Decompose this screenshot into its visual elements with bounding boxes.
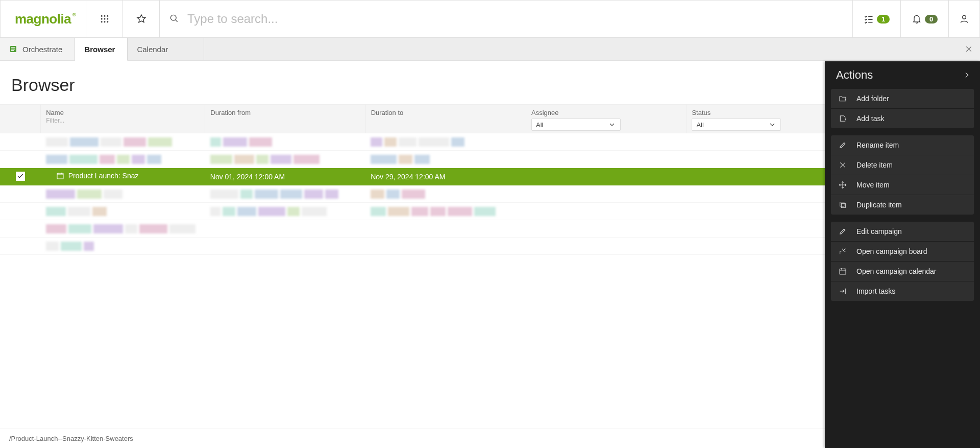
chevron-down-icon bbox=[768, 121, 776, 129]
svg-point-4 bbox=[104, 18, 105, 20]
action-group: Rename itemDelete itemMove itemDuplicate… bbox=[831, 135, 974, 215]
svg-point-1 bbox=[104, 15, 105, 17]
grid-icon bbox=[100, 14, 110, 24]
chevron-right-icon bbox=[963, 71, 971, 79]
action-label: Add folder bbox=[856, 95, 889, 103]
app-launcher-button[interactable] bbox=[86, 1, 122, 37]
tab-row-close[interactable] bbox=[965, 38, 973, 60]
action-label: Add task bbox=[856, 114, 884, 123]
action-group: Edit campaignOpen campaign boardOpen cam… bbox=[831, 222, 974, 301]
tasks-button[interactable]: 1 bbox=[852, 1, 900, 37]
action-rename-item[interactable]: Rename item bbox=[831, 135, 974, 155]
col-name-filter[interactable]: Filter... bbox=[46, 117, 64, 124]
action-add-task[interactable]: Add task bbox=[831, 109, 974, 128]
action-import-tasks[interactable]: Import tasks bbox=[831, 281, 974, 301]
assignee-filter-select[interactable]: All bbox=[531, 119, 621, 131]
folder-plus-icon bbox=[838, 95, 847, 103]
close-icon bbox=[965, 45, 973, 53]
row-duration-from: Nov 01, 2024 12:00 AM bbox=[205, 168, 365, 185]
move-icon bbox=[838, 181, 847, 189]
calendar-icon bbox=[838, 267, 847, 275]
notifications-button[interactable]: 0 bbox=[900, 1, 948, 37]
svg-point-9 bbox=[170, 15, 176, 20]
svg-point-5 bbox=[107, 18, 108, 20]
user-button[interactable] bbox=[948, 1, 980, 37]
action-open-campaign-board[interactable]: Open campaign board bbox=[831, 242, 974, 261]
favorite-button[interactable] bbox=[122, 1, 159, 37]
orchestrate-icon bbox=[9, 45, 17, 53]
duplicate-icon bbox=[838, 201, 847, 209]
action-label: Move item bbox=[856, 181, 890, 189]
action-label: Import tasks bbox=[856, 287, 895, 295]
action-label: Open campaign board bbox=[856, 247, 927, 255]
action-add-folder[interactable]: Add folder bbox=[831, 89, 974, 108]
actions-header[interactable]: Actions bbox=[825, 61, 980, 89]
tab-orchestrate[interactable]: Orchestrate bbox=[0, 38, 75, 60]
actions-body: Add folderAdd taskRename itemDelete item… bbox=[825, 89, 980, 448]
actions-title: Actions bbox=[836, 68, 873, 82]
col-duration-from-label: Duration from bbox=[210, 109, 360, 116]
svg-rect-18 bbox=[840, 269, 846, 274]
checklist-icon bbox=[864, 14, 874, 24]
open-board-icon bbox=[838, 247, 847, 255]
col-status-label: Status bbox=[692, 109, 841, 116]
user-icon bbox=[959, 14, 969, 24]
import-icon bbox=[838, 287, 847, 295]
action-label: Duplicate item bbox=[856, 201, 902, 209]
svg-rect-15 bbox=[57, 173, 63, 179]
col-status[interactable]: Status All bbox=[687, 105, 847, 133]
chevron-down-icon bbox=[608, 121, 616, 129]
search-icon bbox=[169, 13, 179, 25]
status-filter-value: All bbox=[696, 121, 703, 129]
tab-orchestrate-label: Orchestrate bbox=[22, 45, 62, 54]
tab-calendar[interactable]: Calendar bbox=[128, 38, 204, 60]
brand-logo[interactable]: magnolia bbox=[0, 1, 86, 37]
tasks-badge: 1 bbox=[877, 15, 890, 23]
search-input[interactable] bbox=[186, 11, 852, 27]
tab-browser[interactable]: Browser bbox=[75, 38, 128, 61]
action-group: Add folderAdd task bbox=[831, 89, 974, 128]
action-delete-item[interactable]: Delete item bbox=[831, 155, 974, 175]
brand-text: magnolia bbox=[15, 11, 71, 27]
status-path: /Product-Launch--Snazzy-Kitten-Sweaters bbox=[9, 435, 133, 442]
svg-rect-16 bbox=[840, 202, 844, 206]
global-search[interactable] bbox=[159, 1, 852, 37]
col-name[interactable]: Name Filter... bbox=[41, 105, 205, 133]
col-checkbox bbox=[0, 105, 41, 133]
action-duplicate-item[interactable]: Duplicate item bbox=[831, 195, 974, 215]
svg-point-6 bbox=[101, 21, 102, 22]
svg-rect-17 bbox=[841, 203, 845, 207]
header-right-buttons: 1 0 bbox=[852, 1, 980, 37]
row-name: Product Launch: Snaz bbox=[41, 168, 205, 185]
col-duration-to[interactable]: Duration to bbox=[365, 105, 526, 133]
status-filter-select[interactable]: All bbox=[692, 119, 781, 131]
action-open-campaign-calendar[interactable]: Open campaign calendar bbox=[831, 262, 974, 281]
top-bar: magnolia 1 0 bbox=[0, 0, 980, 38]
action-label: Open campaign calendar bbox=[856, 267, 936, 275]
action-move-item[interactable]: Move item bbox=[831, 175, 974, 195]
svg-point-7 bbox=[104, 21, 105, 22]
task-plus-icon bbox=[838, 114, 847, 123]
actions-panel: Actions Add folderAdd taskRename itemDel… bbox=[825, 61, 980, 448]
action-edit-campaign[interactable]: Edit campaign bbox=[831, 222, 974, 241]
x-icon bbox=[838, 161, 847, 169]
col-duration-to-label: Duration to bbox=[371, 109, 521, 116]
pencil-icon bbox=[838, 227, 847, 235]
star-icon bbox=[136, 14, 146, 24]
action-label: Delete item bbox=[856, 161, 893, 169]
tab-calendar-label: Calendar bbox=[137, 45, 168, 54]
col-duration-from[interactable]: Duration from bbox=[205, 105, 365, 133]
action-label: Edit campaign bbox=[856, 227, 902, 235]
calendar-icon bbox=[56, 172, 64, 181]
svg-point-10 bbox=[963, 15, 966, 19]
row-checkbox[interactable] bbox=[16, 172, 25, 181]
col-assignee[interactable]: Assignee All bbox=[526, 105, 687, 133]
tab-browser-label: Browser bbox=[84, 45, 115, 54]
svg-point-3 bbox=[101, 18, 102, 20]
notifications-badge: 0 bbox=[925, 15, 938, 23]
svg-point-8 bbox=[107, 21, 108, 22]
pencil-icon bbox=[838, 141, 847, 149]
col-name-label: Name bbox=[46, 109, 200, 116]
row-duration-to: Nov 29, 2024 12:00 AM bbox=[365, 168, 526, 185]
bell-icon bbox=[912, 14, 922, 24]
